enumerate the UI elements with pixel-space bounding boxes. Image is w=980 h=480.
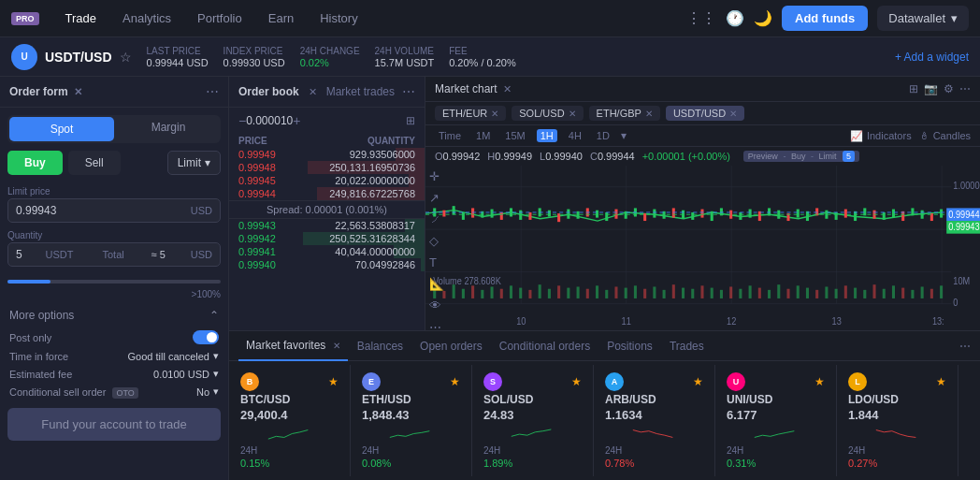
tf-1m[interactable]: 1M <box>472 129 494 142</box>
grid-layout-icon[interactable]: ⊞ <box>909 82 918 95</box>
order-type-select[interactable]: Limit ▾ <box>167 151 221 175</box>
tab-balances[interactable]: Balances <box>350 332 411 360</box>
chart-close[interactable]: ✕ <box>503 83 512 95</box>
close-icon[interactable]: ✕ <box>491 109 498 119</box>
close-icon[interactable]: ✕ <box>729 109 737 119</box>
market-card-btc[interactable]: B ★ BTC/USD 29,400.4 24H 0.15% <box>229 365 351 476</box>
total-label: Total <box>102 249 123 260</box>
ob-increase[interactable]: + <box>293 113 300 128</box>
market-card-sol[interactable]: S ★ SOL/USD 24.83 24H 1.89% <box>472 365 594 476</box>
ob-ask-row[interactable]: 0.99945 20,022.00000000 <box>229 174 425 187</box>
grid-icon[interactable]: ⋮⋮ <box>686 9 716 27</box>
symbol-eth-eur[interactable]: ETH/EUR ✕ <box>435 106 506 121</box>
quantity-slider[interactable]: >100% <box>7 274 221 299</box>
arb-star[interactable]: ★ <box>693 375 703 388</box>
eye-icon[interactable]: 👁 <box>429 298 444 313</box>
tab-trades[interactable]: Trades <box>662 332 712 360</box>
ob-decrease[interactable]: − <box>238 113 246 128</box>
text-icon[interactable]: T <box>429 255 444 269</box>
ob-bid-row[interactable]: 0.99940 70.04992846 <box>229 258 425 271</box>
post-only-toggle[interactable] <box>193 330 219 344</box>
tf-time[interactable]: Time <box>435 129 465 142</box>
bottom-menu-icon[interactable]: ⋯ <box>959 340 971 353</box>
datawallet-button[interactable]: Datawallet ▾ <box>877 6 969 31</box>
tif-select[interactable]: Good till canceled ▾ <box>128 350 219 362</box>
order-book-menu[interactable]: ⋯ <box>402 84 415 99</box>
ob-ask-row[interactable]: 0.99949 929.93506000 <box>229 148 425 161</box>
moon-icon[interactable]: 🌙 <box>754 9 772 27</box>
tf-1d[interactable]: 1D <box>593 129 613 142</box>
ob-ask-row[interactable]: 0.99948 250,131.16950736 <box>229 161 425 174</box>
svg-rect-111 <box>872 284 875 298</box>
market-card-uni[interactable]: U ★ UNI/USD 6.177 24H 0.31% <box>715 365 837 476</box>
ob-bid-row[interactable]: 0.99943 22,563.53808317 <box>229 219 425 232</box>
fee-stat: FEE 0.20% / 0.20% <box>449 46 516 68</box>
nav-earn[interactable]: Earn <box>265 11 297 25</box>
chart-menu[interactable]: ⋯ <box>959 82 971 95</box>
tab-margin[interactable]: Margin <box>116 115 221 143</box>
nav-trade[interactable]: Trade <box>62 11 100 25</box>
add-funds-button[interactable]: Add funds <box>782 6 868 31</box>
clock-icon[interactable]: 🕐 <box>726 9 744 27</box>
add-widget-button[interactable]: + Add a widget <box>895 51 969 64</box>
tf-1h[interactable]: 1H <box>537 129 557 142</box>
tab-positions[interactable]: Positions <box>599 332 660 360</box>
sell-button[interactable]: Sell <box>68 151 121 175</box>
ob-grid-icon[interactable]: ⊞ <box>406 114 415 127</box>
svg-rect-106 <box>825 286 828 298</box>
btc-icon: B <box>240 372 259 391</box>
eth-star[interactable]: ★ <box>450 375 460 388</box>
ob-asks: 0.99949 929.93506000 0.99948 250,131.169… <box>229 148 425 200</box>
market-card-ldo[interactable]: L ★ LDO/USD 1.844 24H 0.27% <box>837 365 958 476</box>
market-trades-tab[interactable]: Market trades <box>326 85 395 98</box>
camera-icon[interactable]: 📷 <box>924 82 938 95</box>
fund-button[interactable]: Fund your account to trade <box>7 408 221 441</box>
tab-conditional-orders[interactable]: Conditional orders <box>492 332 598 360</box>
ob-spread-price: 0.000010 <box>246 114 293 127</box>
close-icon[interactable]: ✕ <box>645 109 653 119</box>
tab-spot[interactable]: Spot <box>9 117 114 141</box>
order-form-close[interactable]: ✕ <box>74 86 82 98</box>
svg-rect-73 <box>510 285 512 298</box>
conditional-select[interactable]: No ▾ <box>196 385 219 398</box>
uni-star[interactable]: ★ <box>814 375 825 388</box>
ob-ask-row[interactable]: 0.99944 249,816.67225768 <box>229 187 425 200</box>
nav-history[interactable]: History <box>316 11 361 25</box>
order-book-close[interactable]: ✕ <box>309 86 317 98</box>
order-form-menu[interactable]: ⋯ <box>206 84 219 99</box>
measure-icon[interactable]: 📐 <box>429 277 444 291</box>
indicators-btn[interactable]: 📈 Indicators <box>850 130 912 142</box>
sol-star[interactable]: ★ <box>571 375 582 388</box>
tf-4h[interactable]: 4H <box>565 129 585 142</box>
ticker-symbol[interactable]: U USDT/USD ☆ <box>11 44 132 70</box>
btc-star[interactable]: ★ <box>328 375 339 388</box>
shapes-icon[interactable]: ◇ <box>429 234 444 248</box>
ldo-star[interactable]: ★ <box>936 375 946 388</box>
market-card-arb[interactable]: A ★ ARB/USD 1.1634 24H 0.78% <box>594 365 715 476</box>
tf-dropdown[interactable]: ▾ <box>621 129 627 142</box>
ob-bid-row[interactable]: 0.99942 250,525.31628344 <box>229 232 425 245</box>
candles-btn[interactable]: 🕯 Candles <box>919 130 971 141</box>
trend-icon[interactable]: ⟋ <box>429 212 444 226</box>
tab-market-favorites[interactable]: Market favorites ✕ <box>238 331 348 361</box>
symbol-usdt-usd[interactable]: USDT/USD ✕ <box>666 106 744 121</box>
ob-bid-row[interactable]: 0.99941 40,044.00000000 <box>229 245 425 258</box>
star-icon[interactable]: ☆ <box>120 50 132 65</box>
symbol-eth-gbp[interactable]: ETH/GBP ✕ <box>589 106 660 121</box>
arrow-icon[interactable]: ↗ <box>429 191 444 205</box>
svg-rect-67 <box>453 284 455 298</box>
more-tools-icon[interactable]: ⋯ <box>429 320 444 330</box>
tf-15m[interactable]: 15M <box>501 129 528 142</box>
favorites-close[interactable]: ✕ <box>333 341 340 351</box>
settings-icon[interactable]: ⚙ <box>944 82 954 95</box>
more-options-toggle[interactable]: More options ⌃ <box>0 303 228 327</box>
svg-rect-87 <box>643 289 646 298</box>
market-card-eth[interactable]: E ★ ETH/USD 1,848.43 24H 0.08% <box>351 365 472 476</box>
close-icon[interactable]: ✕ <box>569 109 576 119</box>
buy-button[interactable]: Buy <box>7 151 63 175</box>
crosshair-icon[interactable]: ✛ <box>429 169 444 183</box>
symbol-sol-usd[interactable]: SOL/USD ✕ <box>512 106 583 121</box>
nav-portfolio[interactable]: Portfolio <box>194 11 246 25</box>
tab-open-orders[interactable]: Open orders <box>412 332 490 360</box>
nav-analytics[interactable]: Analytics <box>119 11 175 25</box>
